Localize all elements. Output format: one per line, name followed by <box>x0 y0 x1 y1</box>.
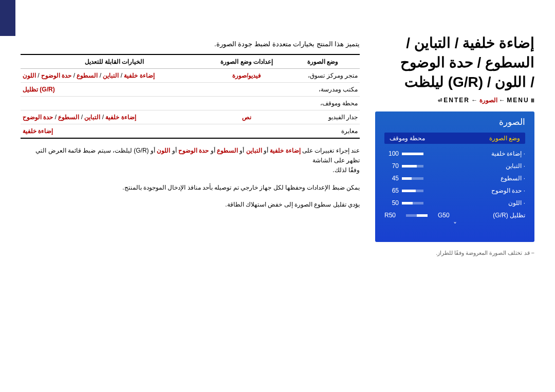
intro-text: يتميز هذا المنتج بخيارات متعددة لضبط جود… <box>21 40 360 48</box>
menu-icon: Ⅲ <box>531 98 534 103</box>
tint-g: G50 <box>438 212 450 219</box>
slider-value: 70 <box>384 162 399 170</box>
breadcrumb: MENU Ⅲ ← الصورة ← ENTER ⏎ <box>375 97 534 104</box>
table-row: محطة وموقف، <box>21 97 360 110</box>
th-setting: إعدادات وضع الصورة <box>208 54 286 69</box>
table-row: متجر ومركز تسوق،فيديو/صورةإضاءة خلفية / … <box>21 69 360 83</box>
osd-item[interactable]: السطوع45 <box>384 175 525 182</box>
slider-track <box>402 190 423 192</box>
menu-key: MENU <box>507 97 529 104</box>
slider[interactable]: 50 <box>384 199 423 207</box>
slider-track <box>402 177 423 180</box>
osd-item-label: اللون <box>508 199 525 207</box>
osd-item-label: إضاءة خلفية <box>491 150 525 157</box>
title-line1: إضاءة خلفية / التباين / السطوع / حدة الو… <box>375 33 534 72</box>
table-row: معايرةإضاءة خلفية <box>21 124 360 139</box>
osd-item-label: التباين <box>506 162 525 170</box>
enter-key: ENTER <box>443 97 470 104</box>
breadcrumb-picture: الصورة <box>479 97 497 104</box>
slider-track <box>402 153 423 155</box>
osd-item[interactable]: حدة الوضوح65 <box>384 187 525 194</box>
slider-track <box>402 202 423 204</box>
slider[interactable]: 70 <box>384 162 423 170</box>
slider[interactable]: 65 <box>384 187 423 194</box>
slider-value: 50 <box>384 199 399 207</box>
osd-item[interactable]: التباين70 <box>384 162 525 170</box>
table-row: مكتب ومدرسة،(G/R) تظليل <box>21 83 360 97</box>
chevron-down-icon[interactable]: ˅ <box>384 221 525 229</box>
slider-value: 65 <box>384 187 399 194</box>
slider-value: 45 <box>384 175 399 182</box>
slider-track <box>402 165 423 167</box>
slider-value: 100 <box>384 150 399 157</box>
table-row: جدار الفيديونصإضاءة خلفية / التباين / ال… <box>21 110 360 124</box>
page-title: إضاءة خلفية / التباين / السطوع / حدة الو… <box>375 33 534 91</box>
title-line2: / اللون / (G/R) ليلظت <box>375 72 534 92</box>
osd-title: الصورة <box>384 117 525 127</box>
osd-item-label: السطوع <box>501 175 525 182</box>
th-opts: الخيارات القابلة للتعديل <box>21 54 208 69</box>
slider[interactable]: 45 <box>384 175 423 182</box>
osd-item-tint[interactable]: تظليل (G/R) G50 R50 <box>384 212 525 219</box>
tint-bar <box>406 214 428 217</box>
osd-tabs: وضع الصورة محطة وموقف <box>384 133 525 144</box>
osd-item-label: حدة الوضوح <box>491 187 525 194</box>
options-table: وضع الصورة إعدادات وضع الصورة الخيارات ا… <box>21 54 360 139</box>
paragraph-2: يمكن ضبط الإعدادات وحفظها لكل جهاز خارجي… <box>21 183 360 193</box>
tab-picture-mode[interactable]: وضع الصورة <box>489 135 520 142</box>
osd-item[interactable]: إضاءة خلفية100 <box>384 150 525 157</box>
tint-label: تظليل (G/R) <box>493 212 525 219</box>
tab-park-station[interactable]: محطة وموقف <box>390 135 425 142</box>
model-note: − قد تختلف الصورة المعروضة وفقًا للطراز. <box>375 250 534 256</box>
osd-panel: الصورة وضع الصورة محطة وموقف إضاءة خلفية… <box>375 111 534 242</box>
tint-values: G50 R50 <box>384 212 450 219</box>
th-mode: وضع الصورة <box>286 54 360 69</box>
tint-r: R50 <box>384 212 396 219</box>
arrow-icon: ← <box>471 97 477 104</box>
osd-item[interactable]: اللون50 <box>384 199 525 207</box>
enter-icon: ⏎ <box>438 98 442 103</box>
paragraph-3: يؤدي تقليل سطوع الصورة إلى خفض استهلاك ا… <box>21 200 360 210</box>
arrow-icon: ← <box>499 97 505 104</box>
paragraph-1: عند إجراء تغييرات على إضاءة خلفية أو الت… <box>21 146 360 176</box>
slider[interactable]: 100 <box>384 150 423 157</box>
